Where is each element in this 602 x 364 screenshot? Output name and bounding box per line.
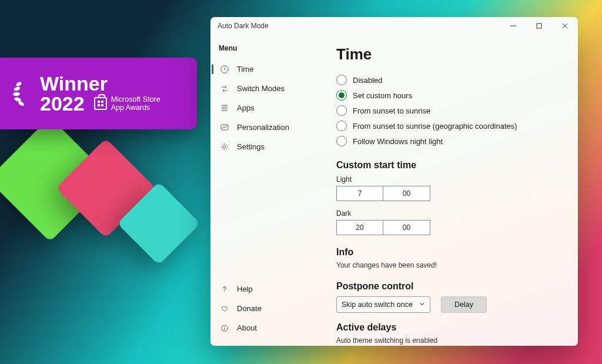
laurel-icon — [12, 79, 35, 108]
postpone-dropdown[interactable]: Skip auto switch once — [336, 296, 430, 313]
radio-set-custom-hours[interactable]: Set custom hours — [336, 88, 561, 102]
sidebar-item-label: Time — [237, 65, 253, 74]
banner-title: Winner — [40, 74, 160, 93]
minimize-button[interactable] — [500, 17, 526, 35]
sidebar-item-switch-modes[interactable]: Switch Modes — [210, 79, 323, 98]
radio-icon — [336, 90, 347, 101]
app-window: Auto Dark Mode Menu — [210, 17, 578, 346]
maximize-button[interactable] — [526, 17, 552, 35]
radio-icon — [336, 136, 347, 146]
svg-rect-5 — [537, 24, 541, 28]
light-minute-input[interactable]: 00 — [383, 186, 430, 201]
clock-icon — [220, 65, 229, 74]
dark-minute-input[interactable]: 00 — [383, 220, 430, 235]
active-delays-text: Auto theme switching is enabled — [336, 336, 561, 345]
gear-icon — [220, 142, 229, 152]
sidebar-item-help[interactable]: Help — [210, 279, 323, 299]
sidebar-item-about[interactable]: About — [210, 318, 323, 338]
postpone-heading: Postpone control — [336, 281, 561, 292]
sidebar-item-label: Apps — [237, 103, 255, 112]
radio-icon — [336, 75, 347, 85]
radio-label: Follow Windows night light — [353, 137, 443, 146]
banner-year: 2022 — [40, 93, 85, 113]
dark-hour-input[interactable]: 20 — [336, 220, 383, 235]
delay-button-label: Delay — [454, 300, 473, 309]
radio-label: From sunset to sunrise — [353, 106, 430, 115]
close-button[interactable] — [552, 17, 578, 35]
light-label: Light — [336, 175, 561, 183]
radio-icon — [336, 105, 347, 116]
sidebar-item-label: Settings — [237, 142, 265, 151]
sidebar-item-settings[interactable]: Settings — [210, 137, 323, 156]
radio-label: Set custom hours — [353, 91, 412, 100]
sidebar-item-donate[interactable]: Donate — [210, 299, 323, 318]
radio-icon — [336, 121, 347, 131]
window-title: Auto Dark Mode — [218, 22, 269, 30]
info-icon — [220, 323, 229, 333]
page-title: Time — [336, 45, 561, 64]
sidebar-item-time[interactable]: Time — [210, 59, 323, 79]
switch-icon — [220, 84, 229, 93]
info-text: Your changes have been saved! — [336, 261, 561, 269]
heart-icon — [220, 304, 229, 313]
svg-point-1 — [14, 86, 21, 91]
radio-label: Disabled — [353, 76, 383, 85]
sidebar-item-label: Donate — [237, 304, 262, 313]
active-delays-heading: Active delays — [336, 322, 561, 333]
delay-button[interactable]: Delay — [441, 296, 487, 313]
dropdown-value: Skip auto switch once — [342, 300, 413, 309]
banner-award-line2: App Awards — [111, 103, 160, 112]
svg-point-0 — [15, 81, 22, 87]
radio-disabled[interactable]: Disabled — [336, 73, 561, 87]
sidebar-item-label: Help — [237, 285, 253, 293]
radio-follow-night-light[interactable]: Follow Windows night light — [336, 134, 561, 148]
personalization-icon — [220, 123, 229, 132]
svg-point-8 — [223, 145, 226, 148]
ms-store-icon — [94, 97, 107, 110]
sidebar-item-apps[interactable]: Apps — [210, 98, 323, 118]
sidebar-item-label: Switch Modes — [237, 84, 285, 93]
radio-sunset-sunrise[interactable]: From sunset to sunrise — [336, 103, 561, 118]
titlebar[interactable]: Auto Dark Mode — [210, 17, 578, 35]
sidebar-item-personalization[interactable]: Personalization — [210, 118, 323, 137]
radio-label: From sunset to sunrise (geographic coord… — [353, 122, 517, 131]
sidebar-item-label: About — [237, 323, 257, 332]
main-content: Time Disabled Set custom hours From suns… — [323, 35, 578, 346]
light-hour-input[interactable]: 7 — [336, 186, 383, 201]
award-banner: Winner 2022 Microsoft Store App Awards — [0, 58, 197, 129]
custom-start-heading: Custom start time — [336, 160, 561, 171]
svg-point-2 — [13, 92, 21, 96]
info-heading: Info — [336, 247, 561, 258]
dark-label: Dark — [336, 209, 561, 218]
banner-award-line1: Microsoft Store — [111, 95, 160, 103]
sidebar: Menu Time Switch Modes — [210, 35, 323, 346]
chevron-down-icon — [419, 300, 425, 309]
menu-heading: Menu — [210, 41, 323, 59]
help-icon — [220, 285, 229, 294]
sidebar-item-label: Personalization — [237, 123, 289, 132]
apps-icon — [220, 103, 229, 113]
radio-sunset-sunrise-geo[interactable]: From sunset to sunrise (geographic coord… — [336, 119, 561, 133]
